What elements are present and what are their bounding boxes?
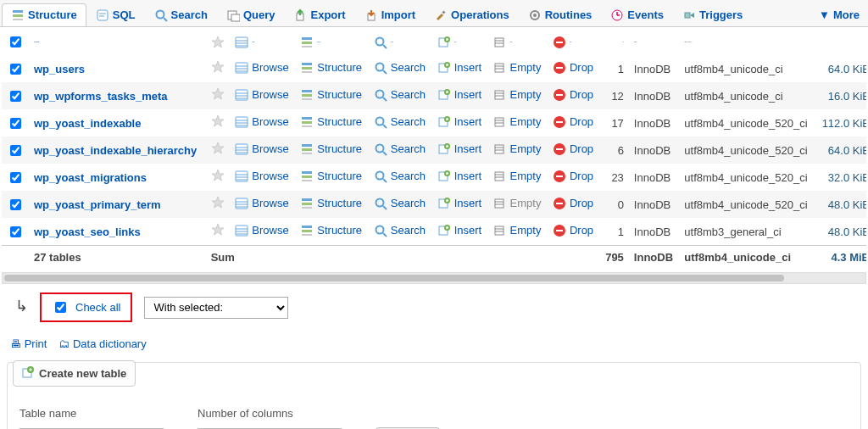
empty-action[interactable]: Empty: [493, 36, 513, 49]
favorite-star-icon[interactable]: [211, 198, 225, 212]
search-action[interactable]: Search: [374, 170, 426, 183]
row-checkbox[interactable]: [10, 145, 21, 156]
table-name-link[interactable]: wp_users: [34, 63, 85, 75]
structure-action[interactable]: Structure: [300, 36, 320, 49]
empty-action[interactable]: Empty: [493, 224, 542, 237]
drop-action[interactable]: Drop: [553, 88, 593, 102]
tab-structure[interactable]: Structure: [2, 3, 86, 27]
row-checkbox[interactable]: [10, 118, 21, 129]
favorite-star-icon[interactable]: [211, 170, 225, 185]
empty-action[interactable]: Empty: [493, 142, 542, 156]
table-name-link[interactable]: wp_yoast_indexable: [34, 117, 141, 130]
new-table-icon: [22, 366, 34, 381]
insert-action[interactable]: Insert: [437, 115, 482, 129]
row-checkbox[interactable]: [10, 64, 21, 75]
insert-action[interactable]: Insert: [437, 197, 482, 210]
drop-action[interactable]: Drop: [553, 61, 593, 75]
tab-import[interactable]: Import: [355, 3, 425, 27]
empty-action[interactable]: Empty: [493, 88, 542, 102]
svg-rect-176: [302, 226, 312, 228]
row-engine: InnoDB: [629, 136, 679, 164]
browse-action[interactable]: Browse: [235, 88, 288, 102]
search-action[interactable]: Search: [374, 142, 426, 156]
check-all-checkbox[interactable]: [55, 302, 66, 313]
svg-line-123: [383, 152, 387, 155]
structure-action[interactable]: Structure: [300, 170, 362, 183]
drop-action[interactable]: Drop: [553, 197, 593, 210]
insert-action[interactable]: Insert: [437, 88, 482, 102]
search-action[interactable]: Search: [374, 115, 426, 129]
search-action[interactable]: Search: [374, 61, 426, 75]
tab-more[interactable]: ▼ More: [812, 4, 866, 25]
favorite-star-icon[interactable]: [211, 116, 225, 131]
tab-export[interactable]: Export: [284, 3, 354, 27]
tab-events[interactable]: Events: [601, 3, 673, 27]
horizontal-scrollbar[interactable]: [2, 272, 866, 284]
favorite-star-icon[interactable]: [211, 37, 225, 52]
favorite-star-icon[interactable]: [211, 62, 225, 76]
insert-action[interactable]: Insert: [437, 142, 482, 156]
browse-action[interactable]: Browse: [235, 170, 288, 183]
search-action[interactable]: Search: [374, 36, 393, 49]
insert-action[interactable]: Insert: [437, 61, 482, 75]
sql-icon: [96, 8, 109, 22]
structure-action[interactable]: Structure: [300, 88, 362, 102]
table-name-link[interactable]: wp_usermeta: [34, 42, 39, 42]
drop-icon: [553, 224, 566, 237]
table-name-link[interactable]: wp_yoast_seo_links: [34, 226, 141, 238]
row-checkbox[interactable]: [10, 36, 21, 47]
favorite-star-icon[interactable]: [211, 89, 225, 103]
browse-action[interactable]: Browse: [235, 115, 288, 129]
table-name-link[interactable]: wp_wpforms_tasks_meta: [34, 90, 168, 103]
structure-icon: [300, 170, 314, 183]
row-engine: InnoDB: [629, 218, 679, 246]
browse-action[interactable]: Browse: [235, 224, 288, 237]
tab-triggers[interactable]: Triggers: [673, 3, 752, 27]
drop-action[interactable]: Drop: [553, 142, 593, 156]
drop-action[interactable]: Drop: [553, 36, 571, 49]
structure-action[interactable]: Structure: [300, 224, 362, 237]
insert-action[interactable]: Insert: [437, 170, 482, 183]
with-selected-dropdown[interactable]: With selected:: [144, 297, 288, 319]
structure-action[interactable]: Structure: [300, 115, 362, 129]
search-action[interactable]: Search: [374, 197, 426, 210]
structure-icon: [11, 8, 25, 22]
structure-action[interactable]: Structure: [300, 142, 362, 156]
empty-action[interactable]: Empty: [493, 197, 542, 210]
browse-action[interactable]: Browse: [235, 61, 288, 75]
empty-action[interactable]: Empty: [493, 115, 542, 129]
drop-action[interactable]: Drop: [553, 224, 593, 237]
tab-routines[interactable]: Routines: [519, 3, 602, 27]
check-all-label[interactable]: Check all: [75, 301, 120, 314]
empty-action[interactable]: Empty: [493, 61, 542, 75]
svg-rect-45: [302, 46, 312, 47]
tab-operations[interactable]: Operations: [425, 3, 519, 27]
browse-action[interactable]: Browse: [235, 142, 288, 156]
table-name-link[interactable]: wp_yoast_migrations: [34, 171, 147, 184]
search-action[interactable]: Search: [374, 224, 426, 237]
data-dictionary-link[interactable]: 🗂 Data dictionary: [58, 337, 146, 350]
tab-query[interactable]: Query: [217, 3, 285, 27]
table-name-link[interactable]: wp_yoast_primary_term: [34, 198, 161, 211]
structure-action[interactable]: Structure: [300, 197, 362, 210]
print-link[interactable]: 🖶 Print: [10, 337, 47, 350]
row-checkbox[interactable]: [10, 199, 21, 210]
browse-action[interactable]: Browse: [235, 36, 254, 49]
row-checkbox[interactable]: [10, 172, 21, 183]
drop-action[interactable]: Drop: [553, 170, 593, 183]
table-name-link[interactable]: wp_yoast_indexable_hierarchy: [34, 144, 197, 157]
empty-action[interactable]: Empty: [493, 170, 542, 183]
tab-sql[interactable]: SQL: [86, 3, 145, 27]
insert-action[interactable]: Insert: [437, 36, 457, 49]
row-checkbox[interactable]: [10, 226, 21, 237]
structure-action[interactable]: Structure: [300, 61, 362, 75]
row-checkbox[interactable]: [10, 91, 21, 102]
search-action[interactable]: Search: [374, 88, 426, 102]
favorite-star-icon[interactable]: [211, 143, 225, 158]
insert-action[interactable]: Insert: [437, 224, 482, 237]
tab-search[interactable]: Search: [145, 3, 217, 27]
browse-icon: [235, 142, 248, 156]
drop-action[interactable]: Drop: [553, 115, 593, 129]
favorite-star-icon[interactable]: [211, 225, 225, 239]
browse-action[interactable]: Browse: [235, 197, 288, 210]
